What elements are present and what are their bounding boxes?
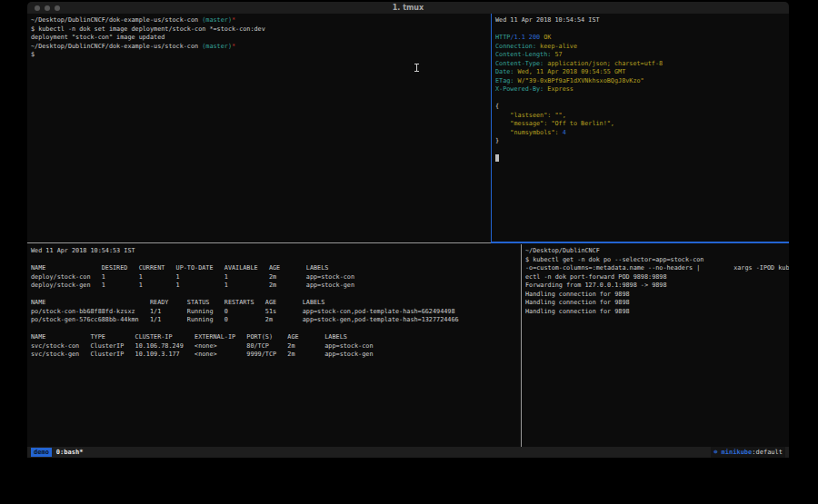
terminal-line: Handling connection for 9898 <box>525 299 789 308</box>
zoom-button[interactable] <box>55 5 60 11</box>
terminal-line <box>495 25 789 35</box>
terminal-line: NAME DESIRED CURRENT UP-TO-DATE AVAILABL… <box>31 264 521 273</box>
terminal-line: NAME READY STATUS RESTARTS AGE LABELS <box>31 299 521 308</box>
terminal-line: NAME TYPE CLUSTER-IP EXTERNAL-IP PORT(S)… <box>31 333 521 342</box>
pane-divider-horizontal-left[interactable] <box>27 242 491 243</box>
terminal-line: ectl -n dok port-forward POD 9898:9898 <box>525 273 789 282</box>
terminal-line: Content-Type: application/json; charset=… <box>495 60 789 69</box>
terminal-line <box>495 94 789 104</box>
pane-bottom-right-port-forward[interactable]: ~/Desktop/DublinCNCF$ kubectl get -n dok… <box>522 244 789 447</box>
terminal-line: ~/Desktop/DublinCNCF/dok-example-us/stoc… <box>31 16 491 25</box>
terminal-line: ETag: W/"39-0xBPf9aF1dXVNkhsxoBQgJ8vKzo" <box>495 77 789 86</box>
tmux-status-bar: demo 0:bash* ☸ minikube:default <box>27 447 789 458</box>
minimize-button[interactable] <box>45 5 50 11</box>
terminal-line <box>495 154 789 163</box>
close-button[interactable] <box>35 5 40 11</box>
terminal-line: ~/Desktop/DublinCNCF/dok-example-us/stoc… <box>31 43 491 52</box>
terminal-window: 1. tmux ~/Desktop/DublinCNCF/dok-example… <box>27 2 789 458</box>
terminal-line <box>31 291 521 300</box>
terminal-line: Forwarding from 127.0.0.1:9898 -> 9898 <box>525 282 789 291</box>
terminal-line: HTTP/1.1 200 OK <box>495 34 789 43</box>
terminal-line: $ <box>31 51 491 60</box>
window-tab-bash[interactable]: 0:bash* <box>56 447 84 458</box>
terminal-line: deploy/stock-gen 1 1 1 1 2m app=stock-ge… <box>31 282 521 291</box>
window-titlebar: 1. tmux <box>27 2 789 14</box>
terminal-line: } <box>495 137 789 146</box>
session-name-badge: demo <box>31 448 52 457</box>
terminal-line: ~/Desktop/DublinCNCF <box>525 247 789 256</box>
pane-bottom-right-output: ~/Desktop/DublinCNCF$ kubectl get -n dok… <box>522 244 789 316</box>
terminal-line: deployment "stock-con" image updated <box>31 34 491 43</box>
terminal-line: Wed 11 Apr 2018 10:54:54 IST <box>495 16 789 25</box>
terminal-line: svc/stock-con ClusterIP 10.106.78.249 <n… <box>31 342 521 351</box>
terminal-line: "message": "Off to Berlin!", <box>495 120 789 129</box>
terminal-line: po/stock-gen-576cc688bb-44kmn 1/1 Runnin… <box>31 316 521 325</box>
terminal-line: Date: Wed, 11 Apr 2018 09:54:55 GMT <box>495 68 789 77</box>
pane-bottom-left-kubectl-watch[interactable]: Wed 11 Apr 2018 10:54:53 IST NAME DESIRE… <box>27 244 521 447</box>
terminal-line: Handling connection for 9898 <box>525 308 789 317</box>
pane-top-right-output: Wed 11 Apr 2018 10:54:54 IST HTTP/1.1 20… <box>492 14 789 163</box>
terminal-line: Handling connection for 9898 <box>525 291 789 300</box>
traffic-lights <box>35 5 60 11</box>
terminal-line: -o=custom-columns=:metadata.name --no-he… <box>525 264 789 273</box>
window-title: 1. tmux <box>27 2 789 14</box>
terminal-line: Connection: keep-alive <box>495 43 789 52</box>
terminal-line <box>31 325 521 334</box>
kubernetes-helm-icon: ☸ <box>713 449 717 456</box>
terminal-line: "numsymbols": 4 <box>495 129 789 138</box>
tmux-pane-area: ~/Desktop/DublinCNCF/dok-example-us/stoc… <box>27 14 789 447</box>
terminal-line: svc/stock-gen ClusterIP 10.109.3.177 <no… <box>31 351 521 360</box>
pane-divider-horizontal-right-active[interactable] <box>491 242 789 243</box>
pane-bottom-left-output: Wed 11 Apr 2018 10:54:53 IST NAME DESIRE… <box>27 244 521 360</box>
kube-namespace: :default <box>752 449 783 456</box>
terminal-line: $ kubectl get -n dok po --selector=app=s… <box>525 256 789 265</box>
ibeam-mouse-cursor <box>416 64 417 72</box>
pane-top-left-output: ~/Desktop/DublinCNCF/dok-example-us/stoc… <box>27 14 491 60</box>
terminal-line: Wed 11 Apr 2018 10:54:53 IST <box>31 247 521 256</box>
terminal-line: Content-Length: 57 <box>495 51 789 60</box>
terminal-line: X-Powered-By: Express <box>495 85 789 94</box>
terminal-line: deploy/stock-con 1 1 1 1 2m app=stock-co… <box>31 273 521 282</box>
terminal-line <box>495 146 789 155</box>
terminal-line: { <box>495 103 789 112</box>
terminal-line: "lastseen": "", <box>495 112 789 121</box>
terminal-line <box>31 256 521 265</box>
pane-top-left-shell[interactable]: ~/Desktop/DublinCNCF/dok-example-us/stoc… <box>27 14 491 242</box>
pane-divider-vertical-bottom[interactable] <box>521 244 522 447</box>
kube-context-status: ☸ minikube:default <box>711 447 785 458</box>
terminal-line: $ kubectl -n dok set image deployment/st… <box>31 25 491 35</box>
pane-top-right-http-response[interactable]: Wed 11 Apr 2018 10:54:54 IST HTTP/1.1 20… <box>491 14 789 242</box>
kube-context-name: minikube <box>722 449 753 456</box>
terminal-line: po/stock-con-bb68f88fd-kzsxz 1/1 Running… <box>31 308 521 317</box>
